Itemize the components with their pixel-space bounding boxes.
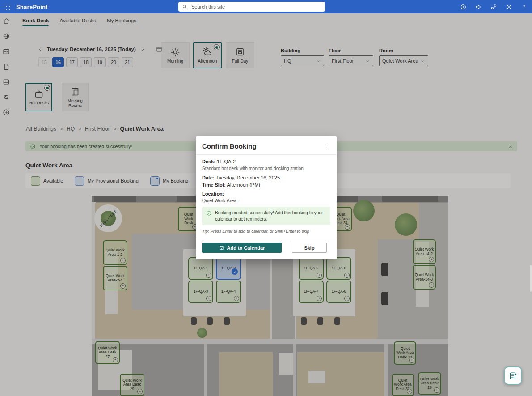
- skip-button[interactable]: Skip: [292, 243, 327, 253]
- desk-quiet-work-area-desk-27[interactable]: Quiet Work Area Desk 27+: [95, 341, 120, 364]
- add-to-calendar-button[interactable]: Add to Calendar: [202, 243, 282, 253]
- floor-filter: Floor First Floor: [329, 48, 373, 66]
- megaphone-icon[interactable]: [475, 4, 482, 10]
- desk-1f-qa-4[interactable]: 1F-QA-4+: [216, 281, 241, 303]
- day-chip-16[interactable]: 16: [52, 57, 64, 67]
- desk-zoom-plus-icon: +: [113, 357, 118, 362]
- sidebar-news-icon[interactable]: [2, 47, 11, 56]
- day-chip-20[interactable]: 20: [108, 57, 119, 67]
- previous-day-icon[interactable]: [38, 47, 43, 52]
- desk-quiet-work-area-desk-30[interactable]: Quiet Work Area Desk 30+: [394, 341, 416, 365]
- sidebar-page-icon[interactable]: [2, 63, 11, 72]
- time-slot-afternoon[interactable]: Afternoon: [193, 42, 222, 68]
- door-icon: [70, 86, 80, 97]
- sun-icon: [170, 47, 181, 57]
- desk-type-hot-desks[interactable]: Hot Desks: [25, 83, 52, 111]
- desk-quiet-work-area-2-4[interactable]: Quiet Work Area-2-4+: [103, 266, 127, 290]
- desk-1f-qa-7[interactable]: 1F-QA-7+: [299, 281, 324, 303]
- sidebar-home-icon[interactable]: [2, 17, 11, 26]
- suite-bar-icons: [460, 0, 529, 13]
- room-label: Room: [379, 48, 428, 53]
- next-day-icon[interactable]: [140, 47, 145, 52]
- check-circle-icon: [30, 144, 36, 149]
- gear-icon[interactable]: [506, 4, 512, 10]
- desk-zoom-plus-icon: +: [429, 282, 434, 288]
- theme-icon[interactable]: [460, 4, 467, 10]
- assistant-fab-button[interactable]: [504, 366, 522, 385]
- breadcrumb: All Buildings>HQ>First Floor>Quiet Work …: [26, 126, 164, 132]
- left-navigation-rail: [0, 13, 13, 396]
- sidebar-add-icon[interactable]: [2, 108, 11, 117]
- vertical-scrollbar[interactable]: [530, 265, 532, 292]
- desk-zoom-plus-icon: +: [407, 389, 412, 394]
- floor-select[interactable]: First Floor: [329, 55, 373, 66]
- room-select[interactable]: Quiet Work Area: [379, 55, 428, 66]
- date-field-label: Date:: [202, 175, 215, 180]
- site-search[interactable]: [178, 2, 325, 12]
- desk-zoom-plus-icon: +: [344, 296, 350, 301]
- desk-field-label: Desk:: [202, 159, 215, 164]
- room-filter: Room Quiet Work Area: [379, 48, 428, 66]
- chevron-down-icon: [365, 59, 370, 64]
- desk-zoom-plus-icon: +: [345, 224, 350, 230]
- connector-icon[interactable]: [490, 4, 497, 10]
- sun-cloud-icon: [202, 47, 213, 57]
- desk-1f-qa-3[interactable]: 1F-QA-3+: [188, 281, 213, 303]
- day-chip-21[interactable]: 21: [122, 57, 133, 67]
- day-chip-18[interactable]: 18: [80, 57, 92, 67]
- dialog-title: Confirm Booking: [202, 142, 257, 150]
- date-picker-icon[interactable]: [156, 46, 163, 53]
- dialog-close-icon[interactable]: [325, 143, 330, 149]
- day-chip-17[interactable]: 17: [66, 57, 78, 67]
- desk-zoom-plus-icon: +: [429, 257, 434, 262]
- full-day-icon: [235, 47, 245, 57]
- time-slot-morning[interactable]: Morning: [161, 42, 190, 68]
- legend-my-booking: My Booking: [150, 176, 188, 186]
- building-label: Building: [281, 48, 324, 53]
- floor-label: Floor: [329, 48, 373, 53]
- desk-1f-qa-2[interactable]: 1F-QA-2: [216, 257, 241, 280]
- sidebar-list-icon[interactable]: [2, 78, 11, 87]
- desk-1f-qa-5[interactable]: 1F-QA-5+: [299, 257, 324, 280]
- breadcrumb-hq[interactable]: HQ: [67, 126, 75, 132]
- desk-1f-qa-8[interactable]: 1F-QA-8+: [326, 281, 351, 303]
- banner-close-icon[interactable]: [508, 144, 513, 149]
- day-chip-row: 15161718192021: [38, 57, 133, 67]
- slot-field-value: Afternoon (PM): [227, 182, 260, 187]
- building-select[interactable]: HQ: [281, 55, 324, 66]
- desk-field-value: 1F-QA-2: [217, 159, 236, 164]
- desk-1f-qa-6[interactable]: 1F-QA-6+: [326, 257, 351, 280]
- desk-quiet-work-area-14-3[interactable]: Quiet Work Area-14-3+: [413, 265, 436, 290]
- app-title: SharePoint: [16, 4, 48, 10]
- date-field-value: Tuesday, December 16, 2025: [215, 175, 280, 180]
- help-icon[interactable]: [521, 4, 528, 10]
- day-chip-19[interactable]: 19: [94, 57, 106, 67]
- dialog-success-text: Booking created successfully! Add this b…: [215, 210, 326, 222]
- desk-zoom-plus-icon: +: [120, 258, 126, 263]
- desk-quiet-work-area-desk-29[interactable]: Quiet Work Area Desk 29+: [120, 374, 144, 396]
- desk-quiet-work-area-desk-31[interactable]: Quiet Work Area Desk 31+: [392, 374, 414, 396]
- time-slot-full-day[interactable]: Full Day: [226, 42, 254, 68]
- sidebar-globe-icon[interactable]: [2, 32, 11, 41]
- tab-available-desks[interactable]: Available Desks: [59, 18, 96, 26]
- desk-type-meeting-rooms[interactable]: Meeting Rooms: [62, 83, 89, 111]
- tab-my-bookings[interactable]: My Bookings: [107, 18, 136, 26]
- dialog-success-message-box: Booking created successfully! Add this b…: [202, 207, 330, 225]
- tab-book-desk[interactable]: Book Desk: [22, 18, 49, 26]
- breadcrumb-all-buildings[interactable]: All Buildings: [26, 126, 56, 132]
- breadcrumb-first-floor[interactable]: First Floor: [85, 126, 110, 132]
- keyboard-tip: Tip: Press Enter to add to calendar, or …: [202, 229, 330, 234]
- search-input[interactable]: [190, 4, 321, 10]
- booking-tabs: Book DeskAvailable DesksMy Bookings: [22, 18, 136, 26]
- desk-quiet-work-area-desk-28[interactable]: Quiet Work Area Desk 28+: [418, 372, 441, 395]
- sidebar-loop-icon[interactable]: [2, 93, 11, 102]
- location-field-label: Location:: [202, 191, 224, 196]
- desk-quiet-work-area-14-2[interactable]: Quiet Work Area-14-2+: [413, 239, 436, 264]
- my-booking-check-icon: [232, 268, 238, 275]
- desk-zoom-plus-icon: +: [120, 283, 126, 289]
- app-launcher-waffle-icon[interactable]: [0, 0, 13, 13]
- desk-quiet-work-area-1-2[interactable]: Quiet Work Area-1-2+: [103, 240, 127, 265]
- breadcrumb-quiet-work-area: Quiet Work Area: [120, 126, 163, 132]
- desk-1f-qa-1[interactable]: 1F-QA-1+: [188, 257, 213, 280]
- calendar-icon: [219, 245, 224, 251]
